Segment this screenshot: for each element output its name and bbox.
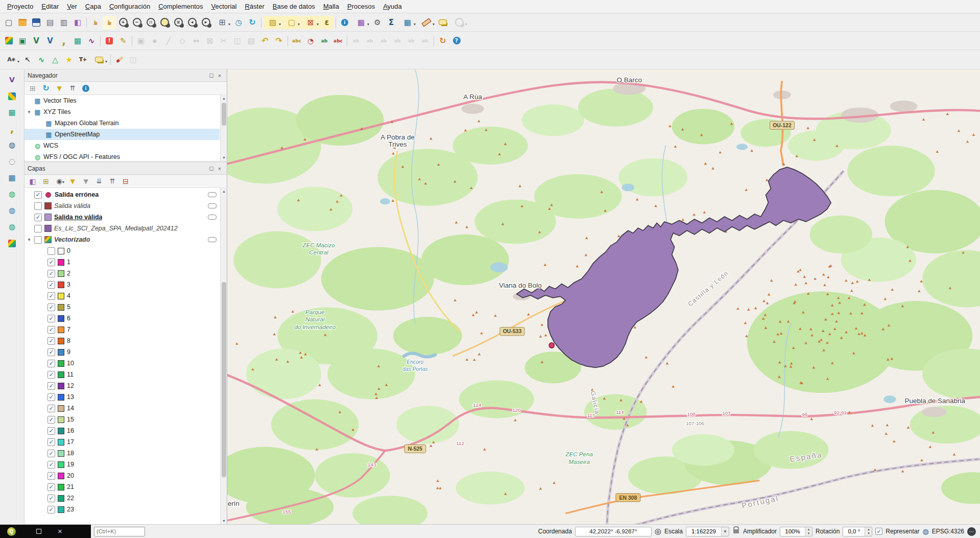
layer-class-1[interactable]: 1: [25, 256, 220, 268]
layer-class-20[interactable]: 20: [25, 470, 220, 481]
copy-features-button[interactable]: [231, 34, 244, 48]
refresh-map-button[interactable]: [246, 16, 259, 29]
pan-to-selection-button[interactable]: [103, 16, 116, 29]
layer-class-17[interactable]: 17: [25, 436, 220, 448]
undo-button[interactable]: [258, 34, 272, 48]
browser-scrollbar[interactable]: ▲ ▼: [220, 95, 227, 161]
browser-item-wcs[interactable]: WCS: [25, 140, 220, 151]
layer-indicator-badge[interactable]: [208, 192, 217, 197]
add-vector-layer-button[interactable]: [5, 73, 20, 87]
layer-class-7[interactable]: 7: [25, 324, 220, 335]
locator-input[interactable]: [94, 527, 145, 536]
add-raster-layer-button[interactable]: [5, 89, 20, 103]
options-button[interactable]: [371, 16, 384, 29]
menu-item[interactable]: Procesos: [343, 1, 379, 12]
refresh-browser-button[interactable]: [40, 83, 52, 94]
layer-visibility-checkbox[interactable]: [34, 202, 42, 210]
layer-visibility-checkbox[interactable]: [47, 326, 55, 334]
select-annotation-button[interactable]: [21, 53, 34, 66]
move-feature-button[interactable]: [189, 34, 203, 48]
layer-class-15[interactable]: 15: [25, 414, 220, 425]
show-hide-labels-button[interactable]: [363, 34, 376, 48]
layer-class-6[interactable]: 6: [25, 313, 220, 324]
vertex-tool-button[interactable]: [176, 34, 189, 48]
new-shapefile-layer-button[interactable]: [30, 34, 43, 48]
layer-visibility-checkbox[interactable]: [47, 506, 55, 513]
zoom-next-button[interactable]: [199, 16, 212, 29]
maximize-icon[interactable]: [36, 529, 41, 534]
layer-class-16[interactable]: 16: [25, 425, 220, 436]
add-mesh-layer-button[interactable]: [5, 105, 20, 120]
layer-visibility-checkbox[interactable]: [47, 281, 55, 289]
scrollbar-thumb[interactable]: [222, 103, 226, 126]
identify-features-button[interactable]: [338, 16, 351, 29]
layer-visibility-checkbox[interactable]: [47, 495, 55, 502]
select-by-expression-button[interactable]: [320, 16, 333, 29]
deselect-features-button[interactable]: [301, 16, 320, 29]
paintbrush-tool-button[interactable]: [113, 53, 126, 66]
layer-visibility-checkbox[interactable]: [47, 483, 55, 491]
collapse-all-button[interactable]: [106, 176, 118, 187]
scale-input[interactable]: [686, 528, 721, 535]
map-canvas[interactable]: O BarcoA RúaA Pobra deTrivesViana do Bol…: [227, 69, 980, 524]
scroll-down-icon[interactable]: ▼: [221, 518, 227, 524]
chevron-down-icon[interactable]: ▼: [721, 527, 729, 536]
undock-panel-icon[interactable]: ◻: [207, 72, 216, 80]
change-label-button[interactable]: [404, 34, 418, 48]
menu-item[interactable]: Malla: [319, 1, 343, 12]
pin-unpin-labels-button[interactable]: [349, 34, 363, 48]
scroll-down-icon[interactable]: ▼: [221, 154, 227, 161]
layer-visibility-checkbox[interactable]: [47, 438, 55, 446]
layer-es-lic-sci-zepa[interactable]: Es_Lic_SCI_Zepa_SPA_Medalpatl_202412: [25, 223, 220, 234]
search-button[interactable]: [450, 16, 468, 29]
new-mesh-layer-button[interactable]: [71, 34, 84, 48]
group-vectorizado[interactable]: ▾ Vectorizado: [25, 234, 220, 245]
zoom-in-button[interactable]: [116, 16, 130, 29]
scale-combo[interactable]: ▼: [686, 527, 729, 536]
undock-panel-icon[interactable]: ◻: [207, 165, 216, 173]
layer-visibility-checkbox[interactable]: [47, 427, 55, 435]
create-marker-annotation-button[interactable]: [62, 53, 76, 66]
layers-scrollbar[interactable]: ▲ ▼: [220, 188, 227, 524]
lock-scale-icon[interactable]: [733, 529, 739, 533]
layer-visibility-checkbox[interactable]: [47, 360, 55, 367]
menu-item[interactable]: Base de datos: [269, 1, 319, 12]
layer-salida-no-valida[interactable]: Salida no válida: [25, 212, 220, 223]
layer-visibility-checkbox[interactable]: [34, 236, 42, 244]
browser-item-wfs[interactable]: WFS / OGC API - Features: [25, 151, 220, 161]
close-panel-icon[interactable]: ×: [216, 72, 224, 80]
add-spatialite-layer-button[interactable]: [5, 154, 20, 169]
show-layout-manager-button[interactable]: [57, 16, 70, 29]
help-button[interactable]: [450, 34, 463, 48]
statistical-summary-button[interactable]: [385, 16, 398, 29]
create-text-annotation-button[interactable]: [76, 53, 89, 66]
plugin-refresh-button[interactable]: [436, 34, 449, 48]
render-checkbox[interactable]: [875, 528, 882, 535]
create-polygon-annotation-button[interactable]: [49, 53, 62, 66]
add-point-feature-button[interactable]: [148, 34, 161, 48]
layer-visibility-checkbox[interactable]: [47, 270, 55, 277]
layer-class-22[interactable]: 22: [25, 493, 220, 504]
layer-class-2[interactable]: 2: [25, 268, 220, 279]
map-tips-button[interactable]: [436, 16, 449, 29]
delete-selected-button[interactable]: [203, 34, 217, 48]
add-wms-layer-button[interactable]: [5, 187, 20, 201]
layer-visibility-checkbox[interactable]: [47, 382, 55, 390]
zoom-to-layer-button[interactable]: [172, 16, 185, 29]
new-gpx-layer-button[interactable]: [85, 34, 98, 48]
zoom-out-button[interactable]: [130, 16, 144, 29]
layer-visibility-checkbox[interactable]: [47, 450, 55, 457]
layer-diagram-options-button[interactable]: [304, 34, 317, 48]
menu-item[interactable]: Ver: [63, 1, 81, 12]
spin-up-icon[interactable]: ▲: [865, 527, 872, 532]
layer-labeling-options-button[interactable]: [290, 34, 303, 48]
layer-class-23[interactable]: 23: [25, 504, 220, 515]
add-selected-layers-button[interactable]: [27, 83, 39, 94]
measure-button[interactable]: [417, 16, 436, 29]
close-panel-icon[interactable]: ×: [216, 165, 224, 173]
magnifier-spinbox[interactable]: ▲▼: [780, 527, 812, 536]
layer-visibility-checkbox[interactable]: [34, 214, 42, 221]
zoom-to-selection-button[interactable]: [158, 16, 171, 29]
expand-arrow-icon[interactable]: ▾: [27, 109, 32, 114]
filter-legend-button[interactable]: [66, 176, 79, 187]
